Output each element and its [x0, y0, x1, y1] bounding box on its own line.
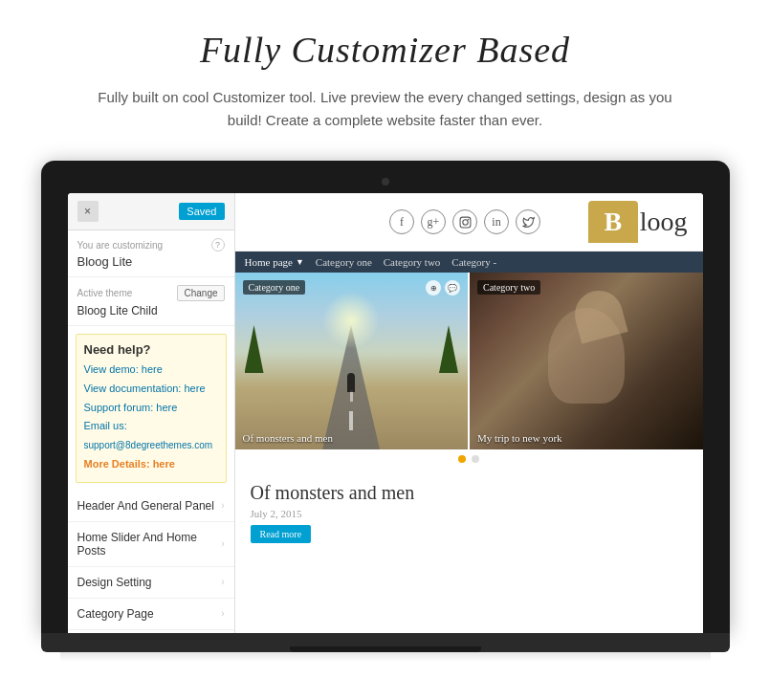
more-details-link[interactable]: More Details: here: [84, 455, 218, 474]
svg-point-2: [467, 218, 469, 220]
cat-one-caption: Of monsters and men: [243, 432, 333, 444]
menu-item-design[interactable]: Design Setting ›: [68, 567, 234, 599]
customizer-menu: Header And General Panel › Home Slider A…: [68, 491, 234, 633]
arrow-icon: ›: [221, 608, 224, 619]
info-icon: ?: [211, 238, 225, 252]
laptop-screen: × Saved You are customizing ? Bloog Lite…: [68, 193, 703, 633]
support-forum-link[interactable]: Support forum: here: [84, 399, 218, 418]
slider-dot-1[interactable]: [458, 455, 466, 463]
website-preview: f g+ in: [235, 193, 703, 633]
nav-bar: Home page ▼ Category one Category two Ca…: [235, 252, 703, 273]
laptop-shadow: [60, 652, 711, 662]
google-plus-icon[interactable]: g+: [421, 209, 446, 234]
menu-item-header[interactable]: Header And General Panel ›: [68, 491, 234, 522]
arrow-icon: ›: [221, 538, 224, 549]
laptop-wrapper: × Saved You are customizing ? Bloog Lite…: [41, 161, 730, 662]
category-grid: Category one ⊕ 💬 Of monsters and men: [235, 273, 703, 449]
laptop-camera: [382, 178, 389, 186]
laptop-base-line: [290, 646, 481, 652]
social-bar: f g+ in: [235, 193, 703, 252]
slider-dots: [235, 449, 703, 469]
menu-item-category[interactable]: Category Page ›: [68, 599, 234, 630]
post-title: Of monsters and men: [251, 482, 688, 504]
category-one-image: Category one ⊕ 💬 Of monsters and men: [235, 273, 469, 449]
instagram-icon[interactable]: [452, 209, 477, 234]
customizer-header: × Saved: [68, 193, 234, 230]
need-help-section: Need help? View demo: here View document…: [76, 334, 227, 483]
linkedin-icon[interactable]: in: [484, 209, 509, 234]
post-preview: Of monsters and men July 2, 2015 Read mo…: [235, 469, 703, 551]
search-icon[interactable]: ⊕: [426, 280, 441, 295]
logo-letter: B: [588, 201, 638, 243]
need-help-title: Need help?: [84, 342, 218, 357]
cat-one-icons: ⊕ 💬: [426, 280, 460, 295]
hero-title: Fully Customizer Based: [77, 29, 693, 71]
comment-icon[interactable]: 💬: [445, 280, 460, 295]
arrow-icon: ›: [221, 577, 224, 587]
active-theme-section: Active theme Change Bloog Lite Child: [68, 277, 234, 326]
category-two-label: Category two: [477, 280, 540, 295]
customizer-panel: × Saved You are customizing ? Bloog Lite…: [68, 193, 235, 633]
post-date: July 2, 2015: [251, 508, 688, 519]
svg-point-1: [462, 219, 467, 224]
read-more-button[interactable]: Read more: [251, 525, 312, 543]
arrow-icon: ›: [221, 500, 224, 511]
nav-category-dash[interactable]: Category -: [451, 256, 496, 268]
active-theme-label: Active theme Change: [77, 285, 225, 301]
menu-item-home-slider[interactable]: Home Slider And Home Posts ›: [68, 522, 234, 567]
cat-two-caption: My trip to new york: [477, 432, 562, 444]
category-one-label: Category one: [243, 280, 306, 295]
slider-dot-2[interactable]: [472, 455, 479, 463]
change-theme-button[interactable]: Change: [177, 285, 224, 301]
twitter-icon[interactable]: [516, 209, 540, 234]
customizing-label: You are customizing ?: [77, 238, 225, 252]
hero-section: Fully Customizer Based Fully built on co…: [0, 0, 770, 151]
svg-rect-0: [460, 217, 471, 228]
laptop-base: [41, 633, 730, 652]
customizer-site-title: Bloog Lite: [77, 254, 225, 269]
nav-home[interactable]: Home page ▼: [245, 256, 304, 268]
category-two-image: Category two My trip to new york: [470, 273, 703, 449]
facebook-icon[interactable]: f: [389, 209, 414, 234]
logo-text: loog: [640, 207, 688, 237]
hero-subtitle: Fully built on cool Customizer tool. Liv…: [79, 86, 692, 132]
customizer-close-button[interactable]: ×: [77, 201, 99, 222]
nav-category-one[interactable]: Category one: [316, 256, 372, 268]
email-link[interactable]: Email us: support@8degreethemes.com: [84, 417, 218, 455]
nav-category-two[interactable]: Category two: [384, 256, 441, 268]
laptop-frame: × Saved You are customizing ? Bloog Lite…: [41, 161, 730, 633]
view-demo-link[interactable]: View demo: here: [84, 361, 218, 380]
view-docs-link[interactable]: View documentation: here: [84, 380, 218, 399]
customizer-saved-button[interactable]: Saved: [179, 203, 224, 220]
active-theme-name: Bloog Lite Child: [77, 304, 225, 317]
customizer-info: You are customizing ? Bloog Lite: [68, 230, 234, 277]
